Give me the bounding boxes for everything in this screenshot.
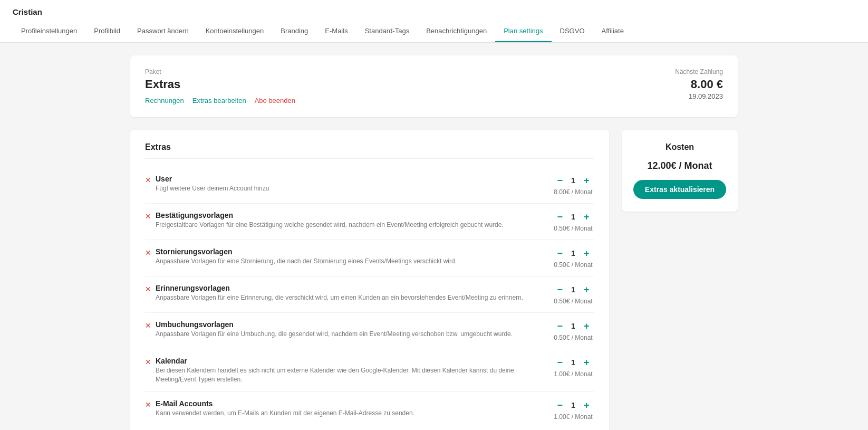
plan-amount: 8.00 € [675,78,723,91]
extra-desc: Anpassbare Vorlagen für eine Umbuchung, … [156,330,552,339]
nav-tab-dsgvo[interactable]: DSGVO [552,21,593,42]
extra-desc: Kann verwendet werden, um E-Mails an Kun… [156,409,552,418]
extra-control: − 1 + 0.50€ / Monat [552,320,594,341]
stepper-value: 1 [569,358,577,367]
decrement-button[interactable]: − [555,320,565,332]
extra-price: 8.00€ / Monat [554,188,592,196]
paket-label: Paket [145,68,295,75]
nav-tab-benachrichtigungen[interactable]: Benachrichtigungen [418,21,495,42]
plan-links: Rechnungen Extras bearbeiten Abo beenden [145,97,295,104]
kosten-amount: 12.00€ / Monat [647,160,712,171]
next-payment-label: Nächste Zahlung [675,68,723,75]
nav-tab-profileinstellungen[interactable]: Profileinstellungen [13,21,85,42]
extra-name: E-Mail Accounts [156,399,552,408]
extra-stepper: − 1 + [555,320,591,332]
extra-name: Bestätigungsvorlagen [156,211,552,219]
extra-item: ✕ Umbuchungsvorlagen Anpassbare Vorlagen… [145,313,594,349]
plan-name: Extras [145,78,295,91]
decrement-button[interactable]: − [555,247,565,259]
nav-tab-passwort-ändern[interactable]: Passwort ändern [129,21,197,42]
update-extras-button[interactable]: Extras aktualisieren [633,180,726,199]
extra-stepper: − 1 + [555,399,591,411]
abo-beenden-link[interactable]: Abo beenden [255,97,295,104]
extra-info: ✕ Stornierungsvorlagen Anpassbare Vorlag… [145,247,552,266]
stepper-value: 1 [569,176,577,185]
extra-item: ✕ Kalendar Bei diesen Kalendern handelt … [145,349,594,392]
decrement-button[interactable]: − [555,399,565,411]
extra-price: 0.50€ / Monat [554,261,592,269]
rechnungen-link[interactable]: Rechnungen [145,97,184,104]
extra-desc: Bei diesen Kalendern handelt es sich nic… [156,366,552,384]
nav-tab-plan-settings[interactable]: Plan settings [495,21,551,42]
increment-button[interactable]: + [582,211,592,223]
kosten-card: Kosten 12.00€ / Monat Extras aktualisier… [622,130,738,212]
extra-info: ✕ Bestätigungsvorlagen Freigestaltbare V… [145,211,552,230]
extra-control: − 1 + 0.50€ / Monat [552,247,594,269]
extra-control: − 1 + 1.00€ / Monat [552,399,594,421]
extra-desc: Freigestaltbare Vorlagen für eine Bestät… [156,221,552,230]
extra-remove-icon[interactable]: ✕ [145,285,151,293]
extra-item: ✕ E-Mail Accounts Kann verwendet werden,… [145,392,594,428]
extra-info: ✕ User Fügt weitere User deinem Account … [145,175,552,193]
decrement-button[interactable]: − [555,357,565,368]
extra-control: − 1 + 8.00€ / Monat [552,175,594,196]
decrement-button[interactable]: − [555,175,565,186]
extra-stepper: − 1 + [555,247,591,259]
extra-remove-icon[interactable]: ✕ [145,249,151,257]
extra-control: − 1 + 0.50€ / Monat [552,211,594,232]
extra-remove-icon[interactable]: ✕ [145,176,151,184]
extra-desc: Anpassbare Vorlagen für eine Stornierung… [156,257,552,266]
extra-remove-icon[interactable]: ✕ [145,400,151,409]
stepper-value: 1 [569,401,577,409]
stepper-value: 1 [569,249,577,257]
extra-name: User [156,175,552,183]
extra-remove-icon[interactable]: ✕ [145,212,151,221]
increment-button[interactable]: + [582,399,592,411]
extras-bearbeiten-link[interactable]: Extras bearbeiten [192,97,246,104]
decrement-button[interactable]: − [555,211,565,223]
increment-button[interactable]: + [582,175,592,186]
extra-info: ✕ Erinnerungsvorlagen Anpassbare Vorlage… [145,284,552,302]
extra-name: Erinnerungsvorlagen [156,284,552,292]
nav-tab-standard-tags[interactable]: Standard-Tags [356,21,418,42]
extras-title: Extras [145,142,594,159]
extra-stepper: − 1 + [555,284,591,295]
plan-card: Paket Extras Rechnungen Extras bearbeite… [130,55,738,117]
extra-name: Umbuchungsvorlagen [156,320,552,329]
increment-button[interactable]: + [582,320,592,332]
extra-item: ✕ Stornierungsvorlagen Anpassbare Vorlag… [145,240,594,276]
extra-stepper: − 1 + [555,211,591,223]
decrement-button[interactable]: − [555,284,565,295]
kosten-title: Kosten [666,142,694,152]
extra-price: 1.00€ / Monat [554,370,592,378]
extra-item: ✕ Bestätigungsvorlagen Freigestaltbare V… [145,204,594,240]
extra-stepper: − 1 + [555,357,591,368]
nav-tab-e-mails[interactable]: E-Mails [316,21,356,42]
user-name: Cristian [13,0,855,21]
nav-tab-kontoeinstellungen[interactable]: Kontoeinstellungen [197,21,273,42]
nav-tabs: ProfileinstellungenProfilbildPasswort än… [13,21,855,42]
increment-button[interactable]: + [582,357,592,368]
plan-date: 19.09.2023 [675,92,723,100]
nav-tab-branding[interactable]: Branding [272,21,316,42]
extra-control: − 1 + 1.00€ / Monat [552,357,594,378]
increment-button[interactable]: + [582,284,592,295]
extra-price: 1.00€ / Monat [554,413,592,421]
main-section: Extras ✕ User Fügt weitere User deinem A… [130,130,738,430]
extra-price: 0.50€ / Monat [554,225,592,232]
extra-item: ✕ User Fügt weitere User deinem Account … [145,167,594,204]
extra-control: − 1 + 0.50€ / Monat [552,284,594,305]
extra-price: 0.50€ / Monat [554,298,592,305]
extra-info: ✕ Kalendar Bei diesen Kalendern handelt … [145,357,552,384]
extra-name: Stornierungsvorlagen [156,247,552,256]
increment-button[interactable]: + [582,247,592,259]
extra-remove-icon[interactable]: ✕ [145,358,151,366]
extra-desc: Anpassbare Vorlagen für eine Erinnerung,… [156,293,552,302]
nav-tab-profilbild[interactable]: Profilbild [85,21,129,42]
extra-info: ✕ Umbuchungsvorlagen Anpassbare Vorlagen… [145,320,552,339]
extra-name: Kalendar [156,357,552,365]
extra-info: ✕ E-Mail Accounts Kann verwendet werden,… [145,399,552,418]
nav-tab-affiliate[interactable]: Affiliate [593,21,632,42]
extras-list: ✕ User Fügt weitere User deinem Account … [145,167,594,428]
extra-remove-icon[interactable]: ✕ [145,321,151,330]
